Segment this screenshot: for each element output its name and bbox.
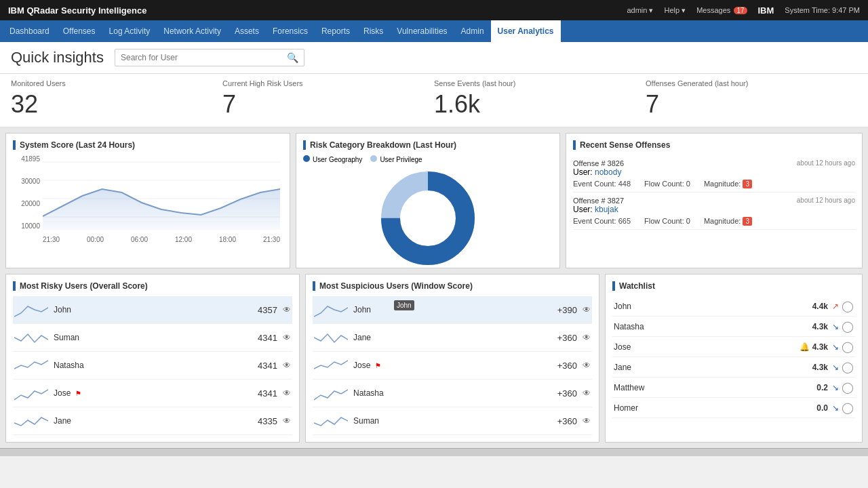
eye-icon[interactable]: 👁 <box>283 333 291 342</box>
eye-icon[interactable]: 👁 <box>583 416 591 426</box>
watch-row-natasha[interactable]: Natasha 4.3k ↘ ◯ <box>612 317 855 337</box>
watchlist-list: John 4.4k ↗ ◯ Natasha 4.3k ↘ ◯ Jose 🔔 4.… <box>612 296 855 418</box>
search-icon[interactable]: 🔍 <box>287 52 298 63</box>
suspicious-user-row-jose[interactable]: Jose ⚑ +360 👁 <box>313 352 592 380</box>
admin-menu[interactable]: admin ▾ <box>627 6 653 15</box>
main-content: System Score (Last 24 Hours) 41895 30000… <box>0 127 868 448</box>
watch-row-john[interactable]: John 4.4k ↗ ◯ <box>612 296 855 317</box>
watchlist-panel: Watchlist John 4.4k ↗ ◯ Natasha 4.3k ↘ ◯ <box>605 274 863 443</box>
mini-chart-suman <box>14 327 48 348</box>
scrollbar[interactable] <box>0 448 868 456</box>
most-risky-title: Most Risky Users (Overall Score) <box>20 281 292 291</box>
nav-forensics[interactable]: Forensics <box>266 20 315 42</box>
offense-number-2: Offense # 3827 <box>573 197 624 205</box>
risk-legend: User Geography User Privilege <box>303 155 553 163</box>
mini-chart-jose <box>14 383 48 403</box>
most-suspicious-panel: Most Suspicious Users (Window Score) Joh… <box>305 274 599 443</box>
offense-time-1: about 12 hours ago <box>797 159 855 167</box>
nav-bar: Dashboard Offenses Log Activity Network … <box>0 20 868 42</box>
trend-up-icon: ↗ <box>832 302 839 311</box>
suspicious-user-row-jane[interactable]: Jane +360 👁 <box>313 324 592 352</box>
row2: Most Risky Users (Overall Score) John 43… <box>5 274 863 443</box>
remove-button[interactable]: ◯ <box>842 381 854 394</box>
messages-link[interactable]: Messages 17 <box>696 6 747 14</box>
line-chart-svg <box>43 155 280 230</box>
eye-icon[interactable]: 👁 <box>283 361 291 370</box>
offense-item-1: Offense # 3826 about 12 hours ago User: … <box>573 155 855 192</box>
eye-icon[interactable]: 👁 <box>283 305 291 314</box>
suspicious-user-row-natasha[interactable]: Natasha +360 👁 <box>313 380 592 407</box>
watch-row-jane[interactable]: Jane 4.3k ↘ ◯ <box>612 357 855 378</box>
nav-network-activity[interactable]: Network Activity <box>157 20 228 42</box>
offenses-generated-stat: Offenses Generated (last hour) 7 <box>646 79 857 119</box>
most-suspicious-title: Most Suspicious Users (Window Score) <box>319 281 592 291</box>
risky-user-row-john[interactable]: John 4357 👁 <box>13 296 292 324</box>
suspicious-user-row-john[interactable]: John John +390 👁 <box>313 296 592 324</box>
trend-down-icon: ↘ <box>832 363 839 372</box>
risky-user-row-suman[interactable]: Suman 4341 👁 <box>13 324 292 352</box>
nav-assets[interactable]: Assets <box>228 20 266 42</box>
mini-chart-sus-natasha <box>314 383 348 403</box>
nav-dashboard[interactable]: Dashboard <box>3 20 56 42</box>
svg-point-6 <box>401 191 455 245</box>
eye-icon[interactable]: 👁 <box>583 388 591 398</box>
bell-icon: 🔔 <box>800 342 810 352</box>
ibm-logo: IBM <box>758 5 774 16</box>
system-score-title: System Score (Last 24 Hours) <box>20 140 283 150</box>
flag-icon: ⚑ <box>75 390 81 397</box>
eye-icon[interactable]: 👁 <box>583 361 591 370</box>
top-bar: IBM QRadar Security Intelligence admin ▾… <box>0 0 868 20</box>
remove-button[interactable]: ◯ <box>842 340 854 353</box>
nav-user-analytics[interactable]: User Analytics <box>491 20 561 42</box>
nav-log-activity[interactable]: Log Activity <box>102 20 157 42</box>
system-score-panel: System Score (Last 24 Hours) 41895 30000… <box>5 133 290 268</box>
risky-users-list: John 4357 👁 Suman 4341 👁 Natasha 4341 👁 <box>13 296 292 435</box>
remove-button[interactable]: ◯ <box>842 320 854 333</box>
offense-user-link-2[interactable]: kbujak <box>595 205 618 214</box>
high-risk-users-stat: Current High Risk Users 7 <box>222 79 434 119</box>
offense-flow-count-1: Flow Count: 0 <box>644 180 690 188</box>
brand-logo: IBM QRadar Security Intelligence <box>8 5 146 16</box>
eye-icon[interactable]: 👁 <box>583 333 591 342</box>
search-bar[interactable]: 🔍 <box>115 49 304 66</box>
remove-button[interactable]: ◯ <box>842 361 854 373</box>
mini-chart-sus-jane <box>314 327 348 348</box>
mini-chart-sus-john <box>314 300 348 320</box>
offense-number-1: Offense # 3826 <box>573 159 624 167</box>
stats-row: Monitored Users 32 Current High Risk Use… <box>0 74 868 127</box>
offense-item-2: Offense # 3827 about 12 hours ago User: … <box>573 192 855 230</box>
remove-button[interactable]: ◯ <box>842 300 854 312</box>
eye-icon[interactable]: 👁 <box>283 388 291 398</box>
trend-down-icon: ↘ <box>832 322 839 331</box>
eye-icon[interactable]: 👁 <box>583 305 591 314</box>
nav-admin[interactable]: Admin <box>454 20 491 42</box>
eye-icon[interactable]: 👁 <box>283 416 291 426</box>
row1: System Score (Last 24 Hours) 41895 30000… <box>5 133 863 268</box>
nav-offenses[interactable]: Offenses <box>56 20 102 42</box>
system-time: System Time: 9:47 PM <box>785 6 860 14</box>
remove-button[interactable]: ◯ <box>842 401 854 414</box>
risk-category-title: Risk Category Breakdown (Last Hour) <box>310 140 553 150</box>
offense-user-link-1[interactable]: nobody <box>595 167 621 177</box>
watch-row-matthew[interactable]: Matthew 0.2 ↘ ◯ <box>612 378 855 398</box>
offenses-title: Recent Sense Offenses <box>580 140 855 150</box>
risky-user-row-jane[interactable]: Jane 4335 👁 <box>13 407 292 435</box>
risky-user-row-jose[interactable]: Jose ⚑ 4341 👁 <box>13 380 292 407</box>
mini-chart-jane <box>14 411 48 431</box>
help-menu[interactable]: Help ▾ <box>664 6 686 15</box>
suspicious-user-row-suman[interactable]: Suman +360 👁 <box>313 407 592 435</box>
nav-reports[interactable]: Reports <box>315 20 357 42</box>
offense-event-count-1: Event Count: 448 <box>573 180 631 188</box>
mini-chart-sus-suman <box>314 411 348 431</box>
watch-row-jose[interactable]: Jose 🔔 4.3k ↘ ◯ <box>612 337 855 357</box>
watch-row-homer[interactable]: Homer 0.0 ↘ ◯ <box>612 398 855 418</box>
mini-chart-sus-jose <box>314 355 348 375</box>
nav-risks[interactable]: Risks <box>357 20 390 42</box>
offense-flow-count-2: Flow Count: 0 <box>644 217 690 225</box>
suspicious-users-list: John John +390 👁 Jane +360 👁 Jose ⚑ <box>313 296 592 435</box>
risky-user-row-natasha[interactable]: Natasha 4341 👁 <box>13 352 292 380</box>
offense-time-2: about 12 hours ago <box>797 197 855 205</box>
nav-vulnerabilities[interactable]: Vulnerabilities <box>390 20 454 42</box>
search-input[interactable] <box>121 53 287 62</box>
mini-chart-john <box>14 300 48 320</box>
